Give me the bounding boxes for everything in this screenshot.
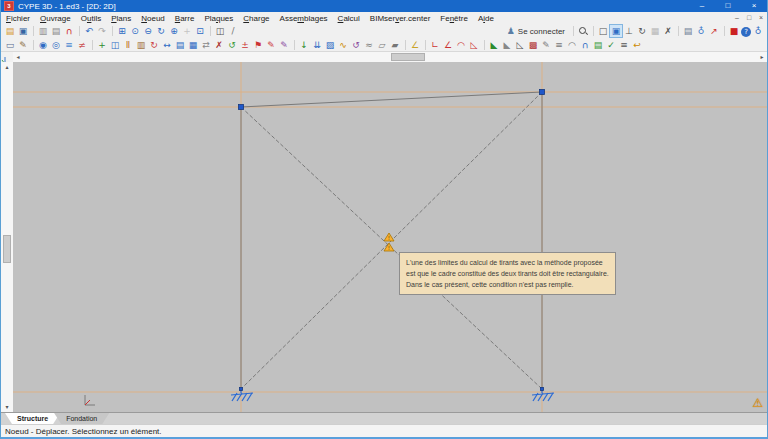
- reference-window-icon[interactable]: ◫: [214, 25, 226, 37]
- cype-logo-icon[interactable]: ■: [728, 25, 740, 37]
- help-icon[interactable]: ?: [741, 27, 751, 37]
- dim-arc-icon[interactable]: ◠: [455, 39, 467, 51]
- delete-icon[interactable]: ✗: [213, 39, 225, 51]
- copy-bar-icon[interactable]: ◫: [109, 39, 121, 51]
- mdi-close-button[interactable]: ×: [755, 12, 767, 24]
- move-node-icon[interactable]: ◉: [37, 39, 49, 51]
- scroll-down-icon[interactable]: ▾: [2, 402, 12, 412]
- check-bars-icon[interactable]: ✓: [605, 39, 617, 51]
- flag-icon[interactable]: ⚑: [252, 39, 264, 51]
- rotate-view-icon[interactable]: ↻: [636, 25, 648, 37]
- groups-icon[interactable]: ▩: [527, 39, 539, 51]
- describe-material-icon[interactable]: ▥: [135, 39, 147, 51]
- measure-icon[interactable]: /: [227, 25, 239, 37]
- menu-item[interactable]: Assemblages: [275, 14, 333, 23]
- preview-icon[interactable]: ▤: [50, 25, 62, 37]
- new-view-icon[interactable]: ▭: [4, 39, 16, 51]
- drawing-area[interactable]: !! L'une des limites du calcul de tirant…: [13, 62, 768, 412]
- disposition-icon[interactable]: ▤: [174, 39, 186, 51]
- menu-item[interactable]: Aide: [473, 14, 499, 23]
- vertical-scroll-thumb[interactable]: [3, 235, 11, 263]
- bind-nodes-icon[interactable]: ≡: [63, 39, 75, 51]
- divide-bar-icon[interactable]: ⇄: [200, 39, 212, 51]
- maximize-button[interactable]: □: [715, 0, 741, 12]
- save-icon[interactable]: ▣: [17, 25, 29, 37]
- open-icon[interactable]: ▤: [4, 25, 16, 37]
- thermal-load-icon[interactable]: ∿: [337, 39, 349, 51]
- tab-fondation[interactable]: Fondation: [54, 413, 109, 424]
- menu-item[interactable]: BIMserver.center: [365, 14, 435, 23]
- close-tools-icon[interactable]: ✗: [662, 25, 674, 37]
- sketch-icon[interactable]: ✎: [540, 39, 552, 51]
- grow-shrink-icon[interactable]: ±: [239, 39, 251, 51]
- delete-panel-icon[interactable]: ◺: [514, 39, 526, 51]
- pan-icon[interactable]: +: [181, 25, 193, 37]
- web-sync-icon[interactable]: ♁: [695, 25, 707, 37]
- zoom-all-icon[interactable]: ⊕: [168, 25, 180, 37]
- dim-level-icon[interactable]: ◺: [468, 39, 480, 51]
- scroll-left-icon[interactable]: ◂: [13, 52, 23, 62]
- new-bar-icon[interactable]: +: [96, 39, 108, 51]
- describe-profile-icon[interactable]: Ⅱ: [122, 39, 134, 51]
- adjust-bar-icon[interactable]: ↔: [161, 39, 173, 51]
- rotate-bar-icon[interactable]: ↻: [148, 39, 160, 51]
- menu-item[interactable]: Calcul: [333, 14, 365, 23]
- edit-bar-icon[interactable]: ✎: [265, 39, 277, 51]
- edit-view-icon[interactable]: ✎: [17, 39, 29, 51]
- envelopes-icon[interactable]: ▤: [592, 39, 604, 51]
- perpendicular-view-icon[interactable]: ⊥: [623, 25, 635, 37]
- print-drawing-icon[interactable]: ▤: [682, 25, 694, 37]
- mdi-restore-button[interactable]: □: [743, 12, 755, 24]
- nodal-load-icon[interactable]: ↓: [298, 39, 310, 51]
- arc-icon[interactable]: ◠: [566, 39, 578, 51]
- menu-item[interactable]: Ouvrage: [35, 14, 76, 23]
- report-icon[interactable]: ≡: [618, 39, 630, 51]
- menu-item[interactable]: Barre: [170, 14, 200, 23]
- warning-icon[interactable]: ⚠: [752, 396, 763, 410]
- redraw-icon[interactable]: ↻: [155, 25, 167, 37]
- regenerate-icon[interactable]: ↺: [226, 39, 238, 51]
- minimize-button[interactable]: –: [689, 0, 715, 12]
- export-icon[interactable]: ↗: [708, 25, 720, 37]
- zoom-window-icon[interactable]: ⊞: [116, 25, 128, 37]
- strip-load-icon[interactable]: ≈: [363, 39, 375, 51]
- web-icon[interactable]: ♁: [752, 25, 764, 37]
- menu-item[interactable]: Charge: [238, 14, 274, 23]
- menu-item[interactable]: Plans: [106, 14, 136, 23]
- screen-zoom-icon[interactable]: ⊡: [194, 25, 206, 37]
- surface-load-icon[interactable]: ▨: [324, 39, 336, 51]
- print-icon[interactable]: ▥: [37, 25, 49, 37]
- model-canvas[interactable]: !!: [13, 62, 768, 412]
- search-icon[interactable]: [577, 25, 589, 37]
- update-icon[interactable]: ↩: [631, 39, 643, 51]
- undo-icon[interactable]: ↶: [83, 25, 95, 37]
- menu-item[interactable]: Plaques: [199, 14, 238, 23]
- panel-edit-icon[interactable]: ▰: [389, 39, 401, 51]
- redo-icon[interactable]: ↷: [96, 25, 108, 37]
- link-nodes-icon[interactable]: ◎: [50, 39, 62, 51]
- bar-load-icon[interactable]: ⇊: [311, 39, 323, 51]
- menu-item[interactable]: Noeud: [136, 14, 170, 23]
- edit-bar2-icon[interactable]: ✎: [278, 39, 290, 51]
- horizontal-scroll-track[interactable]: [23, 53, 757, 61]
- new-panel-icon[interactable]: ◣: [488, 39, 500, 51]
- zoom-previous-icon[interactable]: ⊙: [129, 25, 141, 37]
- snap-magnet-icon[interactable]: ∩: [63, 25, 75, 37]
- zoom-out-icon[interactable]: ⊖: [142, 25, 154, 37]
- horizontal-scroll-thumb[interactable]: [391, 53, 425, 61]
- measure-tool-icon[interactable]: ∠: [409, 39, 421, 51]
- dim-linear-icon[interactable]: ∟: [429, 39, 441, 51]
- panel-icon[interactable]: ▱: [376, 39, 388, 51]
- dim-angular-icon[interactable]: ∠: [442, 39, 454, 51]
- moment-load-icon[interactable]: ↺: [350, 39, 362, 51]
- scroll-right-icon[interactable]: ▸: [757, 52, 767, 62]
- menu-item[interactable]: Outils: [76, 14, 106, 23]
- full-window-icon[interactable]: ▣: [610, 25, 622, 37]
- se-connecter-button[interactable]: ♟ Se connecter: [502, 26, 570, 36]
- edit-panel-icon[interactable]: ◣: [501, 39, 513, 51]
- deformed-shape-icon[interactable]: ∩: [579, 39, 591, 51]
- mesh-icon[interactable]: ▦: [187, 39, 199, 51]
- menu-item[interactable]: Fichier: [1, 14, 35, 23]
- menu-item[interactable]: Fenêtre: [435, 14, 473, 23]
- vertical-scroll-track[interactable]: [3, 72, 11, 402]
